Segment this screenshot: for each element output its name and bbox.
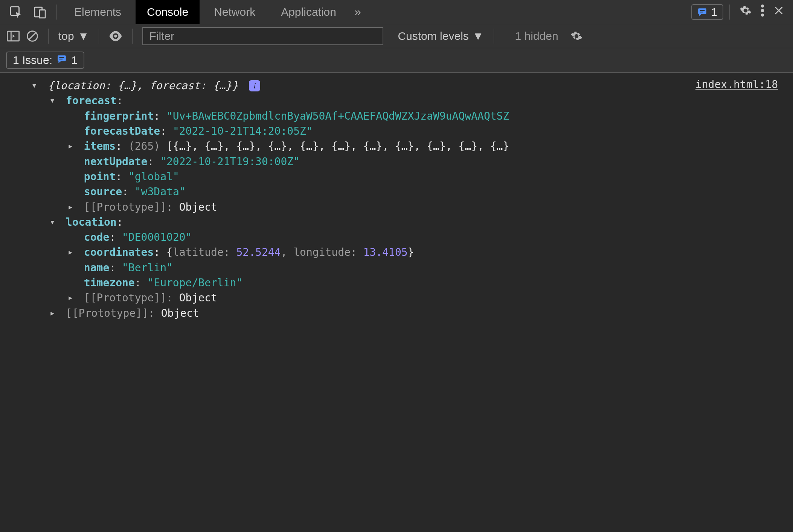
devtools-tabbar: Elements Console Network Application » 1 [0,0,793,24]
object-tree: {location: {…}, forecast: {…}} i forecas… [30,78,778,321]
tree-row[interactable]: forecastDate: "2022-10-21T14:20:05Z" [30,124,778,139]
svg-point-7 [761,14,764,17]
coord-lat-key: latitude [173,246,224,258]
expand-toggle-icon[interactable] [48,215,56,230]
property-value: Object [161,307,199,319]
expand-toggle-icon[interactable] [66,139,75,154]
separator [729,5,730,20]
execution-context-select[interactable]: top ▼ [58,30,89,43]
svg-rect-3 [700,10,705,11]
tree-row[interactable]: point: "global" [30,169,778,184]
tab-network[interactable]: Network [203,0,267,24]
issues-label: 1 Issue: [13,54,52,67]
device-toggle-icon[interactable] [29,2,50,23]
expand-toggle-icon[interactable] [30,78,38,93]
tree-row-location[interactable]: location: [30,215,778,230]
property-key: timezone [84,277,135,289]
hidden-count[interactable]: 1 hidden [504,30,564,43]
separator [48,29,49,44]
property-value: "Europe/Berlin" [147,277,242,289]
tree-row-items[interactable]: items: (265) [{…}, {…}, {…}, {…}, {…}, {… [30,139,778,154]
property-key: forecast [66,94,117,107]
settings-icon[interactable] [740,5,752,19]
console-toolbar: top ▼ Custom levels ▼ 1 hidden [0,24,793,48]
context-label: top [58,30,74,43]
tree-row[interactable]: timezone: "Europe/Berlin" [30,275,778,290]
property-key: nextUpdate [84,155,148,168]
tree-row[interactable]: code: "DE0001020" [30,230,778,245]
svg-line-11 [29,32,36,40]
coord-lng-val: 13.4105 [363,246,408,258]
object-summary: {location: {…}, forecast: {…}} [48,79,238,92]
tree-row-prototype[interactable]: [[Prototype]]: Object [30,306,778,321]
property-key: point [84,170,116,183]
property-value: "Berlin" [122,261,173,274]
chevron-down-icon: ▼ [78,30,89,43]
kebab-menu-icon[interactable] [761,5,764,19]
property-key: name [84,261,109,274]
property-key: coordinates [84,246,154,258]
tab-application[interactable]: Application [270,0,348,24]
expand-toggle-icon[interactable] [66,200,75,215]
property-value: "global" [128,170,179,183]
console-settings-icon[interactable] [570,30,583,42]
separator [132,29,133,44]
property-key: [[Prototype]] [84,292,166,304]
svg-point-5 [761,5,764,8]
property-value: Object [179,201,217,213]
tree-row[interactable]: nextUpdate: "2022-10-21T19:30:00Z" [30,154,778,169]
property-key: forecastDate [84,125,160,137]
property-value: "2022-10-21T19:30:00Z" [160,155,300,168]
expand-toggle-icon[interactable] [66,290,75,306]
property-key: code [84,231,109,243]
tree-row-prototype[interactable]: [[Prototype]]: Object [30,290,778,306]
property-value: "DE0001020" [122,231,192,243]
separator [494,29,494,44]
tree-row[interactable]: source: "w3Data" [30,184,778,199]
clear-console-icon[interactable] [26,30,38,42]
chevron-down-icon: ▼ [473,30,484,43]
property-key: items [84,140,116,152]
separator [99,29,99,44]
message-icon [697,7,707,17]
more-tabs-icon[interactable]: » [351,5,365,19]
separator [56,5,57,20]
levels-label: Custom levels [398,30,468,43]
svg-rect-2 [40,10,46,18]
issues-indicator[interactable]: 1 [691,4,723,20]
svg-rect-14 [59,59,63,59]
tree-row[interactable]: name: "Berlin" [30,260,778,275]
issues-count: 1 [71,54,78,67]
property-value: "Uv+BAwEBC0ZpbmdlcnByaW50Af+CAAEFAQdWZXJ… [166,110,509,122]
svg-rect-13 [59,57,64,58]
close-icon[interactable] [773,5,784,18]
items-preview: [{…}, {…}, {…}, {…}, {…}, {…}, {…}, {…},… [166,140,509,152]
svg-point-6 [761,9,764,12]
toggle-sidebar-icon[interactable] [7,30,20,42]
property-key: location [66,216,117,228]
expand-toggle-icon[interactable] [48,306,56,321]
tree-row-forecast[interactable]: forecast: [30,93,778,108]
expand-toggle-icon[interactable] [66,245,75,260]
coord-lng-key: longitude [293,246,351,258]
tree-row[interactable]: fingerprint: "Uv+BAwEBC0ZpbmdlcnByaW50Af… [30,109,778,124]
live-expression-icon[interactable] [109,31,122,41]
svg-rect-4 [700,11,703,12]
tab-elements[interactable]: Elements [63,0,133,24]
filter-input[interactable] [142,27,383,45]
inspect-icon[interactable] [5,2,26,23]
issues-button[interactable]: 1 Issue: 1 [6,52,84,69]
source-link[interactable]: index.html:18 [695,78,778,91]
property-key: [[Prototype]] [66,307,148,319]
tab-console[interactable]: Console [136,0,200,24]
tree-row-prototype[interactable]: [[Prototype]]: Object [30,200,778,215]
log-levels-select[interactable]: Custom levels ▼ [390,30,483,43]
info-icon[interactable]: i [249,80,260,91]
tree-row-root[interactable]: {location: {…}, forecast: {…}} i [30,78,778,93]
console-output: index.html:18 {location: {…}, forecast: … [0,72,793,336]
issues-count: 1 [711,6,717,18]
tree-row-coordinates[interactable]: coordinates: {latitude: 52.5244, longitu… [30,245,778,260]
expand-toggle-icon[interactable] [48,93,56,108]
coord-lat-val: 52.5244 [236,246,281,258]
property-value: "2022-10-21T14:20:05Z" [173,125,313,137]
